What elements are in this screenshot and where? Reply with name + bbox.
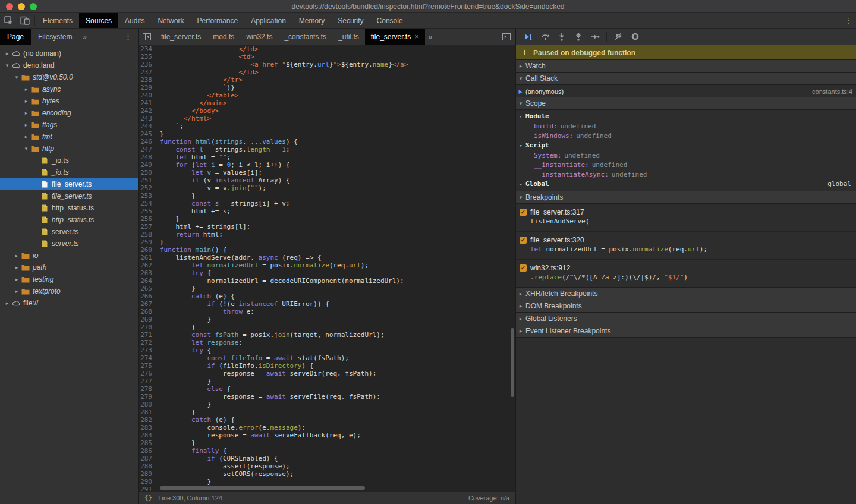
tree-item-io[interactable]: ▸io [0,250,138,262]
line-number[interactable]: 284 [139,431,156,439]
code-text[interactable]: listenAndServe(addr, async (req) => { [156,254,322,262]
line-number[interactable]: 262 [139,262,156,269]
code-text[interactable]: } [156,285,196,292]
scope-group-script[interactable]: ▾Script [516,140,856,150]
line-number[interactable]: 241 [139,99,156,107]
navigator-more-icon[interactable]: ⋮ [118,29,138,45]
code-text[interactable]: assert(response); [156,462,290,470]
line-number[interactable]: 252 [139,184,156,192]
line-number[interactable]: 256 [139,215,156,223]
code-text[interactable]: const fsPath = posix.join(target, normal… [156,331,385,339]
line-number[interactable]: 249 [139,161,156,169]
code-text[interactable]: } [156,408,196,416]
scope-property[interactable]: __instantiateAsync:undefined [516,169,856,179]
code-text[interactable]: } [156,130,164,138]
code-text[interactable]: v = v.join(""); [156,184,266,192]
code-text[interactable]: } [156,323,196,331]
file-tab-_util.ts[interactable]: _util.ts [332,29,365,45]
inspect-element-icon[interactable] [0,13,17,28]
code-text[interactable]: console.error(e.message); [156,424,306,431]
code-text[interactable]: if (fileInfo.isDirectory) { [156,362,313,370]
zoom-window-button[interactable] [30,3,37,10]
section-call-stack[interactable]: ▾ Call Stack [516,72,856,85]
step-into-button[interactable] [554,30,569,43]
code-text[interactable]: response = await serveFile(req, fsPath); [156,393,380,401]
line-number[interactable]: 291 [139,486,156,491]
line-number[interactable]: 273 [139,346,156,354]
line-number[interactable]: 288 [139,462,156,470]
section-scope[interactable]: ▾ Scope [516,97,856,110]
breakpoint-checkbox[interactable]: ✓ [520,264,527,272]
line-number[interactable]: 266 [139,292,156,300]
code-text[interactable]: for (let i = 0; i < l; i++) { [156,161,290,169]
code-text[interactable]: throw e; [156,308,254,316]
tree-item--io-ts[interactable]: _io.ts [0,155,138,166]
close-window-button[interactable] [6,3,13,10]
code-text[interactable]: } [156,215,180,223]
line-number[interactable]: 247 [139,146,156,153]
line-number[interactable]: 251 [139,177,156,184]
code-text[interactable]: </body> [156,107,219,115]
tree-item-fmt[interactable]: ▸fmt [0,131,138,143]
tree-item-file-server-ts[interactable]: file_server.ts [0,178,138,190]
device-toolbar-icon[interactable] [17,13,33,28]
breakpoint-checkbox[interactable]: ✓ [520,209,527,216]
code-text[interactable]: } [156,377,211,385]
scope-property[interactable]: isWindows:undefined [516,131,856,140]
line-number[interactable]: 290 [139,478,156,486]
file-tab-win32.ts[interactable]: win32.ts [240,29,278,45]
line-number[interactable]: 276 [139,370,156,377]
line-number[interactable]: 263 [139,269,156,277]
line-number[interactable]: 268 [139,308,156,316]
line-number[interactable]: 236 [139,61,156,68]
navigator-tab-page[interactable]: Page [0,29,31,45]
line-number[interactable]: 237 [139,68,156,76]
line-number[interactable]: 272 [139,339,156,346]
code-text[interactable]: response = await serveFallback(req, e); [156,431,361,439]
line-number[interactable]: 242 [139,107,156,115]
line-number[interactable]: 271 [139,331,156,339]
code-text[interactable]: `)} [156,84,235,92]
code-text[interactable]: if (CORSEnabled) { [156,455,278,462]
tree-item-server-ts[interactable]: server.ts [0,226,138,238]
tree-item-http-status-ts[interactable]: http_status.ts [0,202,138,214]
line-number[interactable]: 240 [139,92,156,99]
code-editor[interactable]: 234 </td>235 <td>236 <a href="${entry.ur… [139,45,515,491]
code-text[interactable]: </tr> [156,76,243,84]
step-out-button[interactable] [571,30,586,43]
line-number[interactable]: 235 [139,53,156,61]
code-text[interactable]: </html> [156,115,211,122]
section-event-listener-breakpoints[interactable]: ▸Event Listener Breakpoints [516,325,856,338]
code-text[interactable]: let html = ""; [156,153,231,161]
line-number[interactable]: 270 [139,323,156,331]
file-tab-file_server.ts[interactable]: file_server.ts× [365,29,425,45]
tabs-overflow-icon[interactable]: » [425,29,436,45]
code-text[interactable]: function main() { [156,246,227,254]
file-tab-file_server.ts[interactable]: file_server.ts [155,29,207,45]
line-number[interactable]: 245 [139,130,156,138]
line-number[interactable]: 289 [139,470,156,478]
tab-audits[interactable]: Audits [118,13,151,28]
tree-item--io-ts[interactable]: _io.ts [0,166,138,178]
vertical-scrollbar[interactable] [511,328,514,397]
line-number[interactable]: 279 [139,393,156,401]
code-text[interactable]: return html; [156,231,223,238]
tree-item-file-server-ts[interactable]: file_server.ts [0,190,138,202]
line-number[interactable]: 260 [139,246,156,254]
line-number[interactable]: 267 [139,300,156,308]
resume-script-button[interactable] [521,30,536,43]
close-icon[interactable]: × [414,32,419,41]
code-text[interactable]: setCORS(response); [156,470,294,478]
tab-network[interactable]: Network [151,13,190,28]
line-number[interactable]: 254 [139,200,156,207]
line-number[interactable]: 282 [139,416,156,424]
line-number[interactable]: 257 [139,223,156,231]
section-global-listeners[interactable]: ▸Global Listeners [516,312,856,325]
tab-application[interactable]: Application [244,13,292,28]
main-menu-icon[interactable]: ⋮ [841,13,856,28]
code-text[interactable]: normalizedUrl = decodeURIComponent(norma… [156,277,404,285]
code-text[interactable]: finally { [156,447,227,455]
breakpoint-checkbox[interactable]: ✓ [520,237,527,244]
tree-item-textproto[interactable]: ▸textproto [0,285,138,297]
pretty-print-button[interactable]: {} [139,494,158,502]
